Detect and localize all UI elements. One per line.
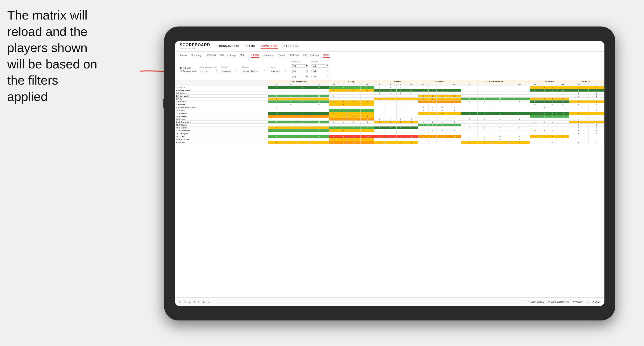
data-cell: 1 (329, 106, 339, 109)
nav-tournaments[interactable]: TOURNAMENTS (218, 44, 239, 49)
subnav-h2h-heatmap2[interactable]: H2H Heatmap (303, 53, 318, 58)
division-select[interactable]: NCAA Division II (242, 70, 266, 73)
share-btn[interactable]: ↗ Share (592, 301, 600, 303)
data-cell (556, 121, 569, 124)
subh-l4: L (428, 83, 436, 86)
data-cell (285, 141, 297, 144)
nav-rankings[interactable]: RANKINGS (284, 44, 299, 49)
view-original-btn[interactable]: 👁 View: Original (528, 301, 544, 303)
data-cell: -4 (448, 100, 461, 103)
nav-bar: SCOREBOARD Powered by clippd TOURNAMENTS… (175, 41, 604, 52)
table-row: 10. L Perini3010311 (175, 109, 604, 112)
gender-select[interactable]: Women's (221, 70, 238, 73)
table-row: 6. A Dy711014102512013 (175, 98, 604, 100)
players-select2[interactable]: (All) (312, 70, 328, 73)
data-cell (556, 92, 569, 95)
subnav-players[interactable]: Players (251, 53, 260, 58)
redo-icon[interactable]: ↩ (184, 300, 186, 304)
subnav-matrix2[interactable]: Matrix (323, 53, 330, 58)
full-view-dot (180, 67, 182, 69)
timer-icon[interactable]: ⏱ (208, 300, 211, 304)
data-cell (347, 92, 361, 95)
compact-view-radio[interactable]: Compact View (180, 70, 197, 72)
data-cell (448, 89, 461, 92)
player-name-cell: 15. H Stranda (175, 124, 268, 127)
table-row: 1. J Garcia31027301-111001301122 (175, 86, 604, 89)
nav-teams[interactable]: TEAMS (245, 44, 255, 49)
subnav-h2h-grid[interactable]: H2H Grid (206, 53, 216, 58)
data-cell (569, 138, 588, 141)
data-cell: 2 (589, 86, 604, 89)
data-cell (448, 112, 461, 115)
data-cell: -51 (405, 135, 418, 138)
conference-select3[interactable]: (All) (291, 75, 308, 78)
expand-btn[interactable]: ⤢ (587, 301, 589, 303)
subnav-h2h-heatmap[interactable]: H2H Heatmap (220, 53, 236, 58)
data-cell: 1 (569, 109, 588, 112)
subnav-matrix[interactable]: Matrix (240, 53, 246, 58)
data-cell: 0 (347, 121, 361, 124)
data-cell (461, 103, 478, 106)
players-select3[interactable]: (All) (312, 75, 328, 78)
data-cell: 1 (374, 86, 385, 89)
data-cell (530, 95, 540, 98)
data-cell: 1 (285, 129, 297, 132)
data-cell: 1 (374, 89, 385, 92)
gender-filter: Gender Women's (221, 66, 238, 73)
zoom-out-icon[interactable]: ⊖ (198, 300, 200, 304)
matrix-content[interactable]: 2. M Kelly Mulcahy 6. A Dy 11. G Woods 2… (175, 80, 604, 297)
subnav-teams[interactable]: Teams (180, 53, 187, 58)
data-cell: 3 (374, 135, 385, 138)
data-cell: 1 (285, 95, 297, 98)
data-cell: 1 (418, 112, 428, 115)
save-icon: 💾 (548, 301, 550, 303)
data-cell (385, 103, 397, 106)
subnav-h2h-grid2[interactable]: H2H Grid (289, 53, 299, 58)
data-cell: 0 (569, 121, 588, 124)
nav-committee[interactable]: COMMITTEE (260, 44, 278, 49)
max-players-select[interactable]: Top 25 (200, 70, 218, 73)
data-cell (297, 106, 309, 109)
players-select1[interactable]: (All) (312, 64, 328, 68)
watch-btn[interactable]: 👁 Watch ▾ (572, 301, 584, 303)
region-select[interactable]: East - DII (270, 70, 287, 73)
data-cell: 1 (385, 118, 397, 121)
data-cell (339, 132, 347, 135)
data-cell (478, 106, 491, 109)
data-cell: 0 (428, 95, 436, 98)
data-cell (589, 115, 604, 118)
data-cell: 3 (509, 127, 530, 129)
data-cell (385, 95, 397, 98)
data-cell (530, 138, 540, 141)
data-cell: 0 (297, 129, 309, 132)
data-cell (556, 106, 569, 109)
player-name-cell: 16. X Mcgaha (175, 127, 268, 129)
subnav-summary[interactable]: Summary (191, 53, 202, 58)
conference-select2[interactable]: (All) (291, 70, 308, 73)
data-cell: 3 (268, 135, 285, 138)
data-cell (397, 115, 405, 118)
data-cell (530, 109, 540, 112)
zoom-in-icon[interactable]: ⊕ (203, 300, 205, 304)
data-cell (436, 138, 448, 141)
data-cell: 18 (309, 100, 329, 103)
data-cell: 13 (556, 98, 569, 100)
subnav-summary2[interactable]: Summary (264, 53, 274, 58)
data-cell: 0 (569, 129, 588, 132)
refresh-icon[interactable]: ↺ (188, 300, 191, 304)
division-filter: Division NCAA Division II (242, 66, 266, 73)
zoom-fit-icon[interactable]: ⊕ (193, 300, 196, 304)
data-cell (397, 98, 405, 100)
data-cell (436, 141, 448, 144)
data-cell: 0 (548, 141, 556, 144)
undo-icon[interactable]: ↩ (179, 300, 181, 304)
data-cell: 0 (491, 138, 509, 141)
data-cell: 3 (374, 141, 385, 144)
full-view-radio[interactable]: Full View (180, 67, 197, 69)
data-cell (540, 92, 548, 95)
data-cell: 0 (491, 118, 509, 121)
header-col3: 11. G Woods (374, 80, 418, 83)
subnav-detail[interactable]: Detail (278, 53, 285, 58)
conference-select1[interactable]: (All) (291, 64, 308, 68)
save-custom-btn[interactable]: 💾 Save Custom View (548, 301, 569, 303)
